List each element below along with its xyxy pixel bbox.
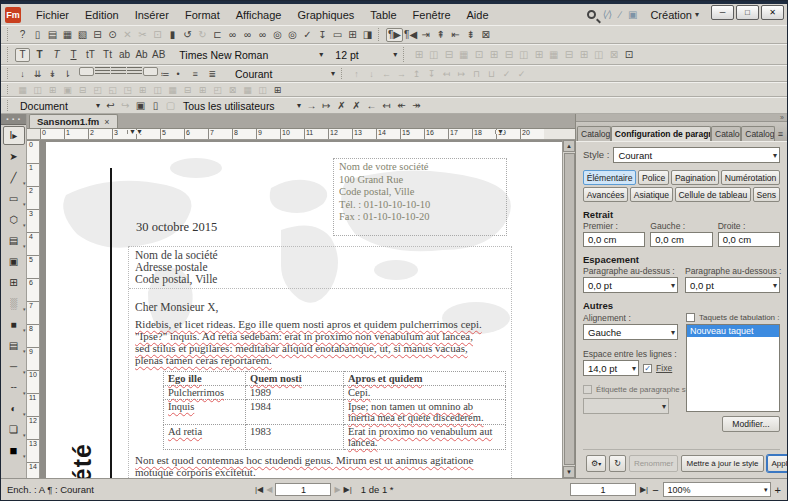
document-tab[interactable]: Sansnom1.fm × (29, 114, 118, 128)
align-left-button[interactable] (79, 67, 94, 76)
bullet-list-button[interactable]: • (175, 67, 190, 81)
minimize-button[interactable]: ─ (711, 5, 734, 20)
flow-direction-icon[interactable]: ¶◀ (403, 28, 418, 42)
last-page-icon[interactable]: ▶| (344, 485, 352, 494)
prop-tab-sens[interactable]: Sens (753, 187, 780, 202)
select-col-icon[interactable]: ◱ (105, 83, 120, 97)
decrease-size-button[interactable]: Tt (100, 48, 115, 62)
fill-pattern-tool[interactable]: ░ (3, 294, 25, 313)
redo-icon[interactable]: ↻ (195, 28, 210, 42)
copy-row-icon[interactable]: ◫ (150, 83, 165, 97)
body-paragraph[interactable]: Ridebis, et licet rideas. Ego ille quem … (135, 318, 487, 366)
prop-tab-avancees[interactable]: Avancées (583, 187, 628, 202)
cut-row-icon[interactable]: ⊞ (135, 83, 150, 97)
text-frame-tool[interactable]: ▤ (3, 231, 25, 250)
snippet-icon[interactable]: ▮ (165, 28, 180, 42)
accept-change-icon[interactable]: ↪ (118, 99, 133, 113)
prop-tab-pagination[interactable]: Pagination (671, 170, 719, 185)
modifier-button[interactable]: Modifier... (722, 416, 780, 432)
fill-solid-tool[interactable]: ■ (3, 315, 25, 334)
capitalize-button[interactable]: Ab (134, 48, 149, 62)
next-page-icon[interactable]: ▶ (334, 485, 340, 494)
table-rotate-icon[interactable]: ◫ (591, 48, 606, 62)
review-scope-select[interactable]: Document (15, 98, 103, 113)
preview-final-icon[interactable]: ▣ (133, 99, 148, 113)
table-menu-icon[interactable]: ▦ (15, 83, 30, 97)
line-style-tool[interactable]: ╌ (3, 378, 25, 397)
table-cell-icon[interactable]: ⊡ (471, 48, 486, 62)
col-left-icon[interactable]: ← (379, 67, 394, 81)
zoom-level-select[interactable]: 100% (663, 482, 771, 497)
menu-item[interactable]: Table (363, 7, 403, 23)
spellcheck-icon[interactable]: ✓ (300, 28, 315, 42)
menu-item[interactable]: Fichier (29, 7, 76, 23)
toolbar-grip[interactable] (7, 68, 12, 79)
workspace-switcher[interactable]: Création (644, 7, 705, 23)
tab-bottom-icon[interactable]: ↧ (424, 67, 439, 81)
anchor-icon[interactable]: ↧ (315, 28, 330, 42)
lock-icon[interactable]: ⊙ (105, 28, 120, 42)
row-down-icon[interactable]: ↓ (364, 67, 379, 81)
code-view-icon[interactable]: ⟨∕⟩ (603, 9, 612, 20)
maximize-button[interactable]: □ (736, 5, 759, 20)
toolbar-grip[interactable] (341, 68, 346, 79)
add-col-right-icon[interactable]: ⊟ (75, 83, 90, 97)
table-header-cell[interactable]: Apros et quidem (344, 372, 506, 386)
table-row[interactable]: Pulcherrimos 1989 Cepi. (164, 386, 506, 400)
anchored-frame-tool[interactable]: ▣ (3, 252, 25, 271)
sender-line[interactable]: Code postal, Ville (339, 186, 501, 199)
fixe-checkbox[interactable]: ✓ (643, 364, 652, 373)
move-up-icon[interactable]: ⇞ (433, 28, 448, 42)
arrange-tool[interactable]: ❏ (3, 420, 25, 439)
table-borders-icon[interactable]: ▦ (546, 48, 561, 62)
line-number-input[interactable]: 1 (570, 483, 636, 496)
menu-item[interactable]: Fenêtre (406, 7, 458, 23)
scroll-start-icon[interactable]: ↞ (394, 99, 409, 113)
paste-icon[interactable]: ⊡ (150, 28, 165, 42)
toolbar-grip[interactable] (7, 28, 12, 41)
space-below-select[interactable]: 0,0 pt (685, 277, 780, 293)
recipient-line[interactable]: Adresse postale (135, 261, 505, 273)
add-row-above-icon[interactable]: ◫ (30, 83, 45, 97)
renommer-button[interactable]: Renommer (629, 455, 679, 472)
indent-increase-icon[interactable]: ⇥ (418, 28, 433, 42)
space-above-select[interactable]: 0,0 pt (583, 277, 678, 293)
vertical-ruler[interactable]: 01234567891011121314 (27, 140, 40, 478)
etiquette-select[interactable] (583, 398, 669, 414)
find-next-icon[interactable]: ◎ (285, 28, 300, 42)
table-delete-col-icon[interactable]: ⊞ (531, 48, 546, 62)
track-changes-icon[interactable]: ↩ (103, 99, 118, 113)
lowercase-button[interactable]: ab (117, 48, 132, 62)
layout-frame-icon[interactable]: ▣ (628, 9, 637, 20)
recipient-line[interactable]: Nom de la société (135, 249, 505, 261)
increase-size-button[interactable]: tT (83, 48, 98, 62)
object-select-tool[interactable]: ➤ (3, 147, 25, 166)
table-cell[interactable]: 1984 (246, 400, 344, 425)
close-button[interactable]: ✕ (761, 5, 784, 20)
toolbar-grip[interactable] (7, 47, 12, 62)
tab-object-catalog[interactable]: Catalogs (741, 126, 774, 141)
link-icon[interactable]: ∞ (225, 28, 240, 42)
style-select[interactable]: Courant (613, 147, 780, 163)
table-row[interactable]: Ad retia 1983 Erat in proximo no venabul… (164, 425, 506, 450)
insert-table-icon[interactable]: ⊞ (345, 28, 360, 42)
previous-change-icon[interactable]: ← (364, 99, 379, 113)
import-icon[interactable]: ▧ (75, 28, 90, 42)
line-width-tool[interactable]: ─ (3, 357, 25, 376)
first-page-icon[interactable]: |◀ (255, 485, 263, 494)
align-justify-button[interactable] (127, 67, 142, 76)
numbered-list-button[interactable]: ≔ (159, 67, 174, 81)
select-row-icon[interactable]: ◰ (90, 83, 105, 97)
table-ruling-icon[interactable]: ⊟ (561, 48, 576, 62)
rectangle-tool[interactable]: ▭ (3, 189, 25, 208)
tab-marker[interactable]: ▼▼ (127, 130, 143, 134)
toolbar-grip[interactable] (7, 85, 12, 94)
uppercase-button[interactable]: AB (151, 48, 166, 62)
col-right-icon[interactable]: → (394, 67, 409, 81)
table-cell[interactable]: Erat in proximo no venabulum aut lancea. (344, 425, 506, 450)
add-row-below-icon[interactable]: ⊞ (45, 83, 60, 97)
accept-all-icon[interactable]: ✓ (514, 67, 529, 81)
open-icon[interactable]: ▤ (45, 28, 60, 42)
scroll-down-icon[interactable]: ▼ (563, 466, 575, 478)
straddle-icon[interactable]: ⊓ (469, 67, 484, 81)
